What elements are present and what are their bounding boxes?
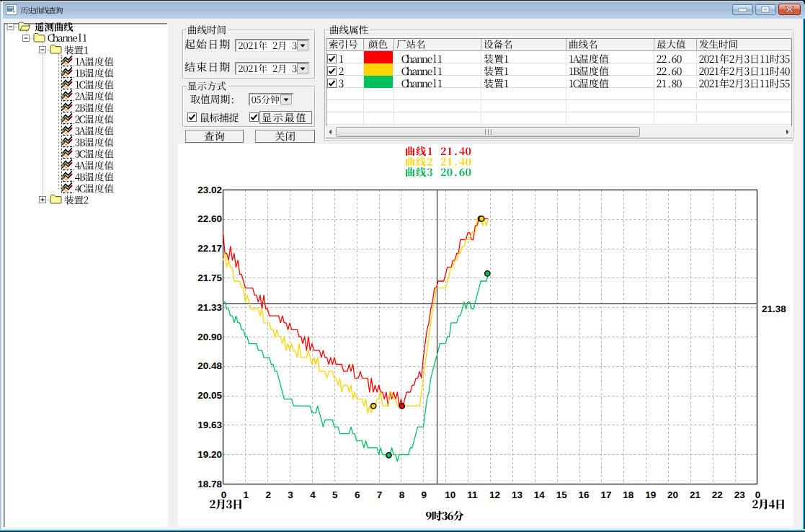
- svg-text:14: 14: [534, 489, 546, 500]
- svg-text:18: 18: [623, 489, 634, 500]
- svg-text:6: 6: [355, 489, 360, 500]
- svg-text:5: 5: [332, 489, 338, 500]
- svg-text:2: 2: [265, 489, 271, 500]
- svg-text:23: 23: [734, 489, 746, 500]
- svg-text:21.38: 21.38: [762, 303, 786, 314]
- svg-text:18.78: 18.78: [197, 479, 222, 489]
- svg-text:19.63: 19.63: [197, 420, 222, 430]
- svg-text:12: 12: [489, 489, 500, 500]
- svg-text:8: 8: [399, 489, 405, 500]
- svg-text:7: 7: [377, 489, 383, 500]
- svg-text:23.02: 23.02: [197, 185, 222, 195]
- svg-text:19.20: 19.20: [197, 449, 222, 460]
- svg-text:13: 13: [512, 489, 523, 500]
- svg-text:4: 4: [310, 489, 316, 500]
- svg-text:21.75: 21.75: [197, 272, 222, 283]
- svg-text:10: 10: [445, 489, 455, 500]
- svg-text:20.48: 20.48: [197, 360, 222, 371]
- svg-text:15: 15: [556, 489, 568, 500]
- svg-text:20.05: 20.05: [197, 390, 222, 401]
- svg-text:19: 19: [645, 489, 656, 500]
- svg-text:9: 9: [422, 489, 427, 500]
- svg-text:0: 0: [221, 489, 227, 500]
- svg-text:20: 20: [667, 489, 678, 500]
- svg-text:21.33: 21.33: [197, 302, 222, 313]
- svg-text:17: 17: [600, 489, 611, 500]
- svg-text:3: 3: [288, 489, 293, 500]
- svg-text:11: 11: [467, 489, 478, 500]
- svg-text:22: 22: [712, 489, 723, 500]
- svg-text:20.90: 20.90: [197, 332, 222, 342]
- svg-text:16: 16: [579, 489, 590, 500]
- svg-text:22.17: 22.17: [197, 243, 222, 254]
- svg-text:21: 21: [690, 489, 701, 500]
- svg-text:22.60: 22.60: [197, 213, 222, 224]
- svg-text:0: 0: [755, 489, 761, 500]
- svg-text:1: 1: [244, 489, 249, 500]
